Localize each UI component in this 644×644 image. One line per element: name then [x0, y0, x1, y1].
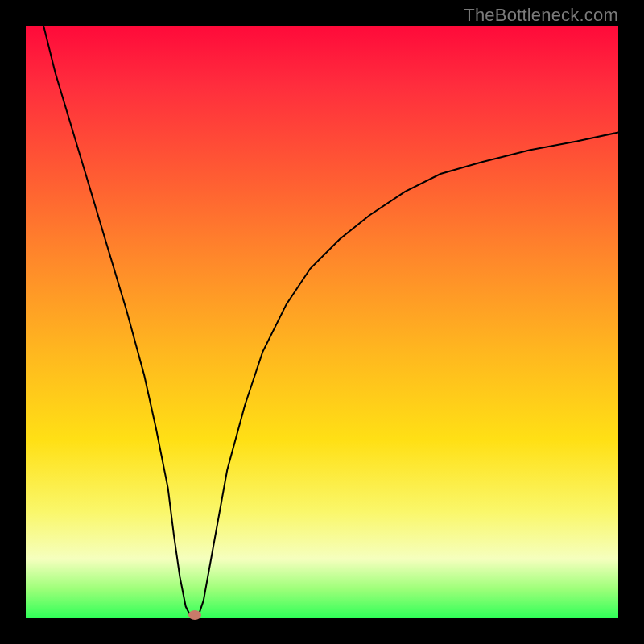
plot-area: [26, 26, 618, 618]
bottleneck-curve: [26, 26, 618, 618]
chart-frame: TheBottleneck.com: [0, 0, 644, 644]
optimal-point-marker: [188, 610, 201, 620]
watermark-text: TheBottleneck.com: [464, 5, 618, 26]
